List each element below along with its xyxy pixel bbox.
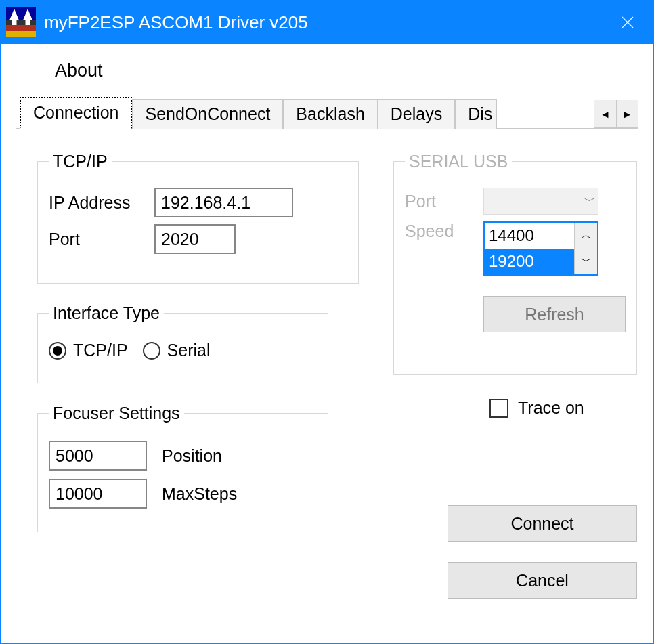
speed-spin: ︿ ﹀ [574, 223, 597, 274]
trace-label: Trace on [518, 398, 584, 418]
app-icon [6, 7, 36, 37]
spin-up-button[interactable]: ︿ [575, 223, 597, 249]
serial-speed-label: Speed [405, 221, 473, 241]
cancel-button[interactable]: Cancel [448, 562, 637, 599]
refresh-button[interactable]: Refresh [483, 296, 626, 332]
connection-panel: TCP/IP IP Address Port Interface Type TC… [16, 129, 638, 603]
radio-dot-icon [143, 342, 160, 360]
speed-items: 14400 19200 [485, 223, 574, 274]
port-input[interactable] [154, 224, 236, 254]
speed-listbox[interactable]: 14400 19200 ︿ ﹀ [483, 221, 598, 276]
tab-sendonconnect[interactable]: SendOnConnect [132, 99, 283, 129]
group-tcpip: TCP/IP IP Address Port [37, 152, 359, 284]
tab-connection[interactable]: Connection [20, 97, 132, 129]
ip-input[interactable] [154, 188, 293, 217]
group-focuser-settings: Focuser Settings Position MaxSteps [37, 404, 328, 532]
focuser-legend: Focuser Settings [49, 404, 184, 423]
group-interface-type: Interface Type TCP/IP Serial [37, 303, 328, 383]
trace-checkbox[interactable] [489, 399, 508, 418]
tcpip-legend: TCP/IP [49, 152, 112, 171]
ip-label: IP Address [49, 193, 144, 213]
radio-dot-icon [49, 342, 66, 360]
chevron-down-icon: ﹀ [584, 194, 595, 209]
serial-port-combo[interactable]: ﹀ [483, 188, 598, 215]
tab-scroll-left[interactable]: ◄ [594, 100, 616, 127]
tab-delays[interactable]: Delays [378, 99, 455, 129]
window-title: myFP2ESP ASCOM1 Driver v205 [44, 12, 607, 33]
serial-port-label: Port [405, 192, 473, 211]
tabstrip: Connection SendOnConnect Backlash Delays… [16, 91, 638, 129]
position-input[interactable] [49, 441, 147, 471]
speed-item-selected[interactable]: 19200 [485, 249, 574, 274]
radio-tcpip[interactable]: TCP/IP [49, 341, 128, 360]
tab-scroll-right[interactable]: ► [616, 100, 638, 127]
radio-serial[interactable]: Serial [143, 341, 211, 360]
maxsteps-label: MaxSteps [162, 484, 237, 504]
titlebar: myFP2ESP ASCOM1 Driver v205 [1, 1, 653, 44]
client-area: About Connection SendOnConnect Backlash … [1, 44, 653, 644]
serial-legend: SERIAL USB [405, 152, 512, 171]
radio-tcpip-label: TCP/IP [73, 341, 128, 360]
port-label: Port [49, 230, 144, 249]
action-buttons: Connect Cancel [448, 505, 637, 599]
position-label: Position [162, 446, 222, 466]
radio-serial-label: Serial [167, 341, 211, 360]
tab-backlash[interactable]: Backlash [283, 99, 377, 129]
speed-item[interactable]: 14400 [485, 223, 574, 249]
close-button[interactable] [607, 1, 648, 44]
trace-option: Trace on [489, 398, 584, 418]
connect-button[interactable]: Connect [448, 505, 637, 542]
tab-scroll: ◄ ► [594, 100, 638, 128]
tab-display-partial[interactable]: Dis [455, 99, 497, 129]
maxsteps-input[interactable] [49, 479, 147, 509]
spin-down-button[interactable]: ﹀ [575, 249, 597, 275]
iface-legend: Interface Type [49, 303, 164, 323]
menu-about[interactable]: About [16, 56, 638, 91]
group-serial-usb: SERIAL USB Port ﹀ Speed 14400 19200 ︿ ﹀ [393, 152, 637, 375]
